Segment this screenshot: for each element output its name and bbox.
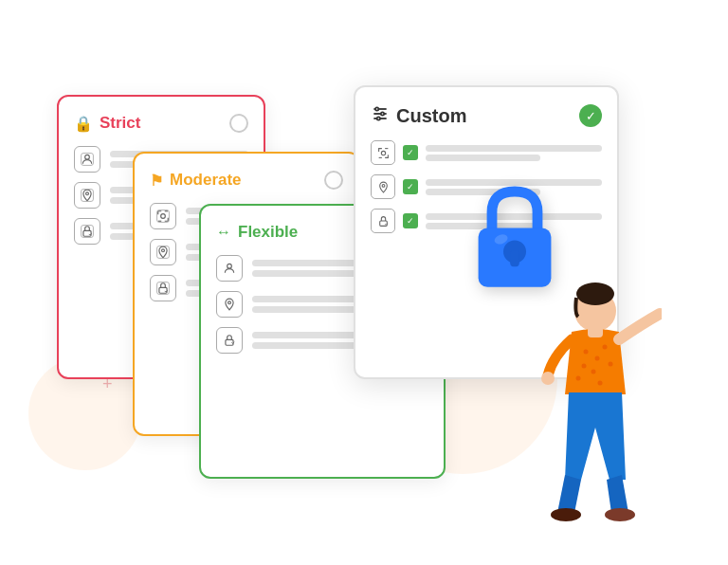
line (426, 145, 602, 152)
svg-point-2 (86, 192, 89, 195)
person-icon-cust-1 (371, 140, 395, 165)
lock-icon: 🔒 (74, 115, 93, 133)
tune-icon (371, 104, 390, 127)
svg-point-13 (228, 301, 231, 304)
line (252, 270, 367, 277)
svg-point-21 (381, 151, 385, 155)
svg-point-38 (541, 372, 555, 385)
location-icon-cust (371, 174, 395, 199)
lock-edit-icon-flex (216, 327, 243, 354)
arrows-icon: ↔ (216, 224, 231, 241)
card-moderate-title: ⚑ Moderate (150, 171, 242, 190)
svg-point-8 (162, 249, 165, 252)
card-flexible-title: ↔ Flexible (216, 223, 298, 242)
svg-point-36 (576, 376, 581, 381)
svg-point-0 (85, 155, 90, 159)
svg-point-37 (598, 381, 603, 386)
svg-rect-41 (588, 326, 603, 337)
person-icon-strict-1 (74, 146, 100, 173)
svg-point-20 (377, 117, 380, 119)
person-icon-mod-1 (150, 203, 176, 229)
strict-label: Strict (100, 114, 140, 133)
svg-rect-7 (157, 210, 170, 223)
line (426, 155, 540, 161)
svg-point-33 (603, 345, 608, 350)
custom-checkbox-2[interactable]: ✓ (403, 179, 418, 194)
custom-checkbox-1[interactable]: ✓ (403, 145, 418, 160)
scene: + + 🔒 Strict (0, 0, 728, 565)
location-icon-mod (150, 239, 176, 265)
flexible-label: Flexible (238, 223, 298, 242)
svg-point-31 (595, 356, 600, 361)
line (252, 306, 367, 313)
svg-point-18 (375, 107, 378, 110)
card-custom-header: Custom ✓ (371, 104, 602, 127)
moderate-radio[interactable] (324, 171, 343, 190)
moderate-label: Moderate (170, 171, 242, 190)
svg-point-6 (161, 214, 166, 219)
svg-rect-26 (510, 250, 519, 266)
strict-radio[interactable] (229, 114, 248, 133)
card-custom-title: Custom (371, 104, 466, 127)
person-icon-flex-1 (216, 255, 243, 282)
card-moderate-header: ⚑ Moderate (150, 171, 343, 190)
svg-point-34 (609, 362, 613, 367)
person-figure (510, 281, 662, 527)
svg-point-39 (551, 508, 581, 521)
lock-edit-icon-mod (150, 275, 176, 301)
svg-point-22 (382, 184, 385, 187)
card-strict-header: 🔒 Strict (74, 114, 248, 133)
svg-point-32 (582, 364, 587, 369)
svg-point-19 (381, 112, 384, 115)
location-icon-strict (74, 182, 100, 209)
flag-icon: ⚑ (150, 172, 163, 190)
svg-point-29 (576, 282, 614, 305)
lock-edit-icon-strict (74, 218, 100, 245)
svg-point-35 (592, 370, 596, 374)
card-strict-title: 🔒 Strict (74, 114, 140, 133)
custom-checkbox-3[interactable]: ✓ (403, 213, 418, 228)
custom-check-badge: ✓ (579, 104, 602, 127)
padlock-icon (467, 180, 562, 298)
svg-point-30 (584, 350, 589, 355)
location-icon-flex (216, 291, 243, 318)
custom-label: Custom (396, 105, 466, 127)
lock-edit-icon-cust (371, 209, 395, 233)
svg-point-12 (228, 264, 232, 268)
custom-row-1: ✓ (371, 140, 602, 165)
svg-point-40 (605, 508, 635, 521)
line (252, 342, 367, 349)
custom-row-1-lines (426, 145, 602, 161)
